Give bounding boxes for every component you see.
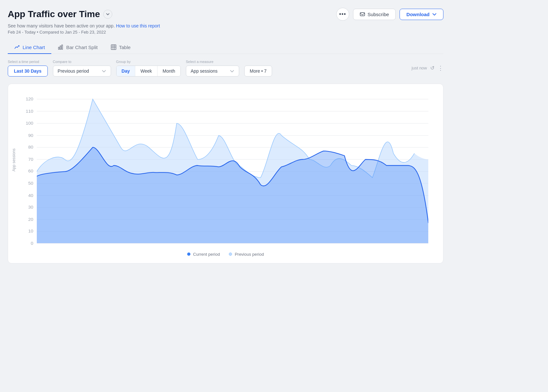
mail-icon bbox=[360, 12, 365, 17]
bar-chart-icon bbox=[58, 44, 64, 50]
header-row: App Traffic over Time ••• Subscribe Down… bbox=[8, 8, 443, 21]
svg-rect-3 bbox=[62, 45, 63, 49]
subscribe-button[interactable]: Subscribe bbox=[353, 9, 396, 20]
chevron-down-icon bbox=[230, 69, 234, 73]
svg-text:10: 10 bbox=[28, 228, 34, 233]
chart-svg: 0 10 20 30 40 50 60 70 80 90 100 110 120… bbox=[16, 92, 435, 247]
chart-container: App sessions bbox=[8, 84, 443, 263]
more-button[interactable]: More • 7 bbox=[244, 66, 272, 77]
svg-text:0: 0 bbox=[31, 240, 33, 245]
chevron-down-icon bbox=[102, 69, 106, 73]
time-period-group: Select a time period Last 30 Days bbox=[8, 60, 48, 77]
page-title: App Traffic over Time bbox=[8, 9, 100, 19]
tab-bar-chart-split-label: Bar Chart Split bbox=[66, 45, 98, 50]
tab-table-label: Table bbox=[119, 45, 131, 50]
svg-text:40: 40 bbox=[28, 192, 34, 198]
legend-dot-previous bbox=[229, 253, 232, 256]
group-by-month[interactable]: Month bbox=[157, 66, 180, 76]
time-period-label: Select a time period bbox=[8, 60, 48, 64]
svg-text:80: 80 bbox=[28, 144, 34, 150]
compare-label: Compare to bbox=[53, 60, 111, 64]
legend-previous: Previous period bbox=[229, 252, 264, 257]
legend-previous-label: Previous period bbox=[235, 252, 264, 257]
y-axis-label: App sessions bbox=[12, 148, 16, 171]
line-chart-icon bbox=[14, 44, 20, 50]
svg-text:20: 20 bbox=[28, 216, 34, 222]
kebab-menu-icon[interactable]: ⋮ bbox=[438, 65, 443, 72]
svg-text:30: 30 bbox=[28, 204, 34, 210]
group-by-group: Group by Day Week Month bbox=[116, 60, 181, 77]
svg-rect-2 bbox=[60, 46, 61, 49]
group-by-label: Group by bbox=[116, 60, 181, 64]
group-by-day[interactable]: Day bbox=[117, 66, 136, 76]
tab-line-chart[interactable]: Line Chart bbox=[8, 41, 51, 54]
legend-dot-current bbox=[187, 253, 190, 256]
tabs-row: Line Chart Bar Chart Split Table bbox=[8, 41, 443, 54]
help-link[interactable]: How to use this report bbox=[116, 23, 160, 28]
svg-rect-4 bbox=[111, 45, 116, 50]
group-by-buttons: Day Week Month bbox=[116, 66, 181, 77]
svg-text:90: 90 bbox=[28, 133, 34, 138]
refresh-group: just now ↺ ⋮ bbox=[411, 65, 443, 72]
chart-area: App sessions bbox=[16, 92, 435, 247]
compare-group: Compare to Previous period bbox=[53, 60, 111, 77]
svg-text:60: 60 bbox=[28, 168, 34, 173]
more-group: x More • 7 bbox=[244, 60, 272, 77]
legend-current: Current period bbox=[187, 252, 220, 257]
tab-line-chart-label: Line Chart bbox=[23, 45, 45, 50]
legend-current-label: Current period bbox=[193, 252, 220, 257]
group-by-week[interactable]: Week bbox=[135, 66, 157, 76]
title-chevron-button[interactable] bbox=[103, 10, 112, 19]
tab-bar-chart-split[interactable]: Bar Chart Split bbox=[51, 41, 104, 54]
svg-rect-1 bbox=[58, 47, 59, 49]
svg-text:100: 100 bbox=[26, 120, 34, 126]
chevron-down-icon bbox=[106, 12, 110, 16]
subtitle: See how many visitors have been active o… bbox=[8, 23, 443, 28]
chevron-down-icon bbox=[432, 12, 437, 16]
svg-text:120: 120 bbox=[26, 96, 34, 101]
svg-text:110: 110 bbox=[26, 108, 34, 113]
measure-group: Select a measure App sessions bbox=[186, 60, 239, 77]
page-container: App Traffic over Time ••• Subscribe Down… bbox=[8, 8, 443, 263]
title-group: App Traffic over Time bbox=[8, 9, 112, 19]
date-range: Feb 24 - Today • Compared to Jan 25 - Fe… bbox=[8, 30, 443, 35]
measure-label: Select a measure bbox=[186, 60, 239, 64]
chart-legend: Current period Previous period bbox=[16, 252, 435, 257]
refresh-time: just now bbox=[411, 66, 427, 70]
measure-select[interactable]: App sessions bbox=[186, 66, 239, 77]
more-options-button[interactable]: ••• bbox=[336, 8, 349, 21]
refresh-icon[interactable]: ↺ bbox=[430, 65, 434, 71]
header-actions: ••• Subscribe Download bbox=[336, 8, 443, 21]
svg-text:50: 50 bbox=[28, 181, 34, 186]
download-button[interactable]: Download bbox=[400, 9, 443, 20]
time-period-button[interactable]: Last 30 Days bbox=[8, 66, 48, 77]
compare-select[interactable]: Previous period bbox=[53, 66, 111, 77]
svg-rect-0 bbox=[360, 13, 365, 16]
tab-table[interactable]: Table bbox=[104, 41, 137, 54]
svg-text:70: 70 bbox=[28, 157, 34, 162]
controls-row: Select a time period Last 30 Days Compar… bbox=[8, 54, 443, 81]
table-icon bbox=[111, 44, 117, 50]
